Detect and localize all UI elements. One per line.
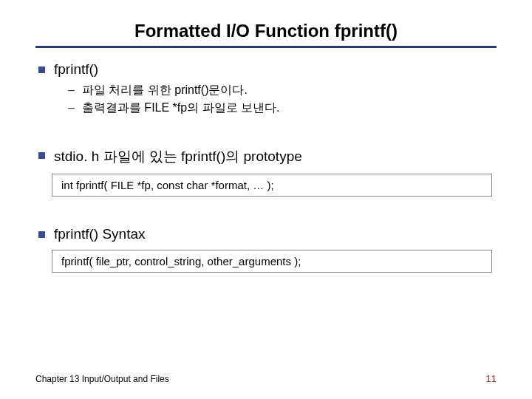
dash-icon: – xyxy=(68,82,75,98)
bullet-fprintf: fprintf() xyxy=(38,61,497,78)
section1-heading: fprintf() xyxy=(54,61,98,78)
section1-sub2: 출력결과를 FILE *fp의 파일로 보낸다. xyxy=(82,100,280,116)
title-underline xyxy=(35,46,497,48)
square-bullet-icon xyxy=(38,66,45,73)
chapter-label: Chapter 13 Input/Output and Files xyxy=(35,374,169,384)
bullet-prototype: stdio. h 파일에 있는 fprintf()의 prototype xyxy=(38,147,497,166)
section2-heading: stdio. h 파일에 있는 fprintf()의 prototype xyxy=(54,147,302,166)
section3-heading: fprintf() Syntax xyxy=(54,226,146,242)
section1-sub1: 파일 처리를 위한 printf()문이다. xyxy=(82,82,248,98)
prototype-code: int fprintf( FILE *fp, const char *forma… xyxy=(52,174,492,197)
slide-title: Formatted I/O Function fprintf() xyxy=(35,21,497,46)
sub-bullet-2: – 출력결과를 FILE *fp의 파일로 보낸다. xyxy=(68,100,497,116)
bullet-syntax: fprintf() Syntax xyxy=(38,226,497,242)
sub-bullet-1: – 파일 처리를 위한 printf()문이다. xyxy=(68,82,497,98)
square-bullet-icon xyxy=(38,152,45,159)
square-bullet-icon xyxy=(38,231,45,238)
dash-icon: – xyxy=(68,100,75,116)
slide-footer: Chapter 13 Input/Output and Files 11 xyxy=(35,373,497,384)
syntax-code: fprintf( file_ptr, control_string, other… xyxy=(52,250,492,273)
page-number: 11 xyxy=(486,373,497,384)
